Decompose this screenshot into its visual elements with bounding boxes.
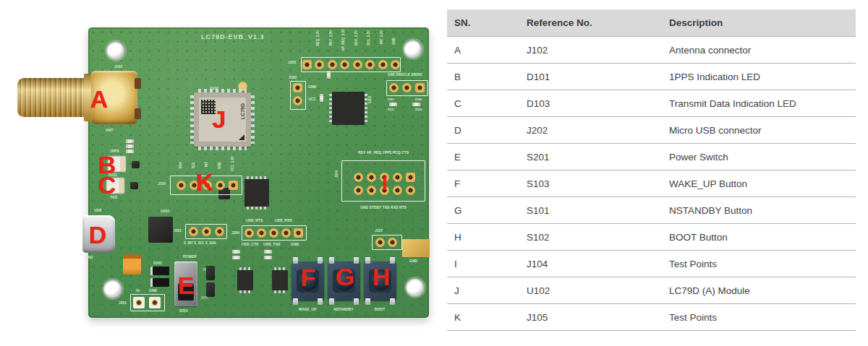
cell-sn: C — [447, 90, 519, 117]
swd-pin — [415, 83, 425, 92]
silkscreen-req: REQ_3.3V — [317, 30, 320, 46]
tssop-ic — [332, 92, 365, 125]
j203-pin — [340, 60, 349, 69]
j104-pin — [367, 173, 376, 182]
cell-sn: H — [447, 224, 519, 251]
cell-desc: Transmit Data Indication LED — [662, 90, 856, 117]
j107-pin — [388, 238, 397, 247]
j201-pad — [133, 297, 145, 308]
silkscreen-usb-txd: USB_TXD — [263, 243, 280, 247]
j104-pin — [393, 173, 402, 182]
cell-sn: B — [447, 64, 519, 90]
overlay-label-j: J — [213, 107, 226, 131]
module-pins — [198, 147, 247, 150]
j203-pin — [328, 60, 337, 69]
cell-desc: Micro USB connector — [662, 117, 856, 144]
j301-pin — [215, 227, 224, 236]
silkscreen-usb-cts: USB_CTS — [242, 243, 258, 247]
silkscreen-v203: V203 — [369, 96, 373, 104]
silkscreen-gnd: GND — [149, 289, 157, 293]
silkscreen-d206: D206 — [415, 98, 422, 101]
j104-pin — [367, 186, 376, 195]
module-pin1-marker — [239, 134, 244, 140]
smd-capacitor — [232, 256, 240, 259]
smd-resistor — [412, 103, 420, 106]
j103-pin — [293, 83, 302, 92]
sot23-ic — [237, 270, 253, 290]
silkscreen-j103: J103 — [289, 76, 297, 80]
cell-sn: I — [447, 251, 519, 277]
button-pin — [354, 298, 359, 305]
table-row: AJ102Antenna connector — [447, 37, 856, 64]
cell-desc: Antenna connector — [662, 37, 856, 64]
j204-pin — [281, 228, 291, 238]
overlay-label-d: D — [89, 222, 107, 247]
silkscreen-j301-bottom: S_INT S_SCL S_SDA — [184, 242, 216, 246]
cell-desc: Power Switch — [662, 144, 856, 170]
cell-desc: Test Points — [662, 304, 856, 331]
j203-pin — [378, 60, 388, 69]
sot23-ic — [272, 270, 288, 290]
j204-pin — [257, 228, 266, 238]
silkscreen-j202: J202 — [85, 256, 93, 260]
cell-ref: D103 — [519, 90, 662, 117]
j204-pin — [244, 228, 254, 238]
j204-pin — [269, 228, 278, 238]
mounting-hole-bottom-left — [103, 280, 122, 298]
header-description: Description — [662, 9, 856, 37]
tantalum-capacitor — [123, 254, 141, 274]
swd-pin — [402, 83, 412, 92]
overlay-label-k: K — [196, 170, 214, 194]
cell-ref: U102 — [519, 277, 662, 304]
smd-resistor — [126, 150, 134, 153]
silkscreen-j201: J201 — [119, 301, 127, 306]
smd-capacitor — [320, 94, 323, 102]
cell-sn: G — [447, 197, 519, 224]
cell-ref: J102 — [519, 37, 662, 64]
cell-desc: Test Points — [662, 251, 856, 277]
mounting-hole-bottom-right — [406, 278, 425, 297]
header-sn: SN. — [447, 9, 519, 37]
cell-sn: K — [447, 304, 519, 331]
silkscreen-gnd-pad: GND — [409, 259, 417, 264]
table-row: GS101NSTANDBY Button — [447, 197, 856, 224]
table-row: JU102LC79D (A) Module — [447, 277, 856, 304]
button-pin — [293, 257, 298, 264]
module-pins — [251, 95, 255, 144]
silkscreen-j203: J203 — [288, 61, 296, 65]
cell-sn: A — [447, 37, 519, 64]
j204-pin — [294, 228, 303, 238]
table-header-row: SN. Reference No. Description — [447, 9, 856, 37]
j203-pin — [353, 60, 362, 69]
cell-desc: NSTANDBY Button — [662, 197, 856, 224]
cell-ref: S201 — [519, 144, 662, 170]
j105-pin — [229, 181, 238, 190]
silkscreen-wake-up: WAKE_UP — [299, 308, 317, 312]
transistor — [132, 161, 140, 168]
silkscreen-scl: SCL_3.3V — [367, 30, 371, 46]
cell-sn: E — [447, 144, 519, 170]
cell-desc: WAKE_UP Button — [662, 170, 856, 197]
module-pins — [198, 89, 247, 92]
cell-desc: LC79D (A) Module — [662, 277, 856, 304]
soic-ic — [244, 179, 269, 207]
silkscreen-ant: ANT — [106, 129, 113, 133]
silkscreen-nstandby: NSTANDBY — [333, 308, 353, 312]
cell-sn: F — [447, 170, 519, 197]
cell-ref: J105 — [519, 304, 662, 331]
transistor — [130, 182, 138, 189]
j105-pin — [176, 181, 186, 190]
overlay-label-i: I — [382, 174, 388, 194]
smd-capacitor — [232, 250, 240, 254]
smd-resistor — [126, 144, 134, 148]
cell-ref: J202 — [519, 117, 662, 144]
j104-pin — [406, 186, 415, 195]
silkscreen-j104-top: RDY AP_REQ 1PPS PCQ CTS — [358, 151, 409, 155]
cell-ref: D101 — [519, 64, 662, 90]
silkscreen-j204: J204 — [231, 231, 239, 235]
silkscreen-vcc: VCC — [308, 98, 316, 102]
silkscreen-s201: S201 — [179, 309, 188, 313]
header-reference: Reference No. — [519, 9, 662, 37]
overlay-label-h: H — [373, 264, 391, 289]
mounting-hole-top-left — [106, 41, 125, 60]
